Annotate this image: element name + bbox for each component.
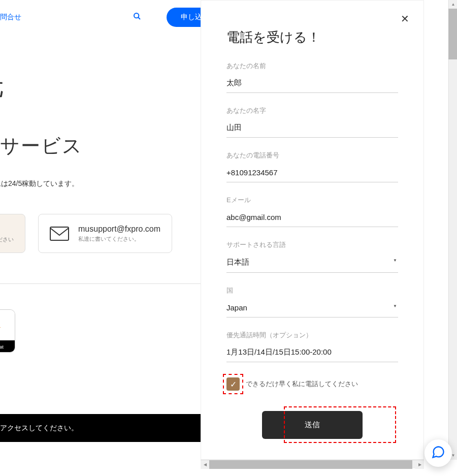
scroll-right-button[interactable]: ▶ [415, 460, 424, 469]
phone-label: あなたの電話番号 [226, 151, 398, 160]
highlight-box [223, 374, 243, 394]
surname-input[interactable] [226, 121, 398, 138]
email-input[interactable] [226, 211, 398, 227]
divider [0, 283, 203, 284]
svg-line-1 [138, 17, 140, 19]
close-button[interactable]: ✕ [401, 13, 409, 25]
close-icon: ✕ [401, 13, 409, 24]
scroll-up-button[interactable]: ▲ [449, 0, 457, 9]
contact-card-email[interactable]: musupport@fxpro.com 私達に書いてください。 [38, 214, 172, 253]
widget-chat-label: eChat [0, 340, 15, 353]
vertical-scrollbar[interactable]: ▲ ▼ [448, 0, 457, 460]
language-select[interactable]: 日本語 [226, 256, 398, 273]
modal-title: 電話を受ける！ [226, 28, 398, 46]
card-title: 求 [0, 224, 14, 234]
country-label: 国 [226, 286, 398, 295]
chat-bubble-button[interactable] [425, 439, 452, 467]
svg-rect-2 [50, 227, 69, 240]
checkbox-row: ✓ できるだけ早く私に電話してください [226, 377, 398, 391]
highlight-box [284, 406, 396, 443]
phone-input[interactable] [226, 166, 398, 182]
contact-card-request[interactable]: 求 ください [0, 214, 25, 253]
card-title: musupport@fxpro.com [78, 225, 160, 234]
name-label: あなたの名前 [226, 61, 398, 71]
horizontal-scrollbar[interactable]: ◀ ▶ [201, 460, 424, 468]
access-bar-text: アクセスしてください。 [0, 424, 78, 433]
star-icon: ★ [0, 323, 1, 333]
card-subtitle: ください [0, 236, 14, 243]
scroll-left-button[interactable]: ◀ [201, 460, 209, 469]
callback-modal: ✕ 電話を受ける！ あなたの名前 あなたの名字 あなたの電話番号 Eメール サポ… [201, 0, 424, 460]
scroll-thumb[interactable] [448, 9, 457, 59]
email-label: Eメール [226, 196, 398, 205]
name-input[interactable] [226, 77, 398, 93]
submit-row: 送信 [226, 411, 398, 439]
card-subtitle: 私達に書いてください。 [78, 235, 160, 243]
checkbox-label: できるだけ早く私に電話してください [246, 379, 358, 389]
envelope-icon [50, 227, 69, 241]
access-bar: アクセスしてください。 [0, 414, 208, 442]
time-input[interactable] [226, 346, 398, 362]
search-icon[interactable] [133, 12, 141, 22]
modal-content: 電話を受ける！ あなたの名前 あなたの名字 あなたの電話番号 Eメール サポート… [201, 1, 423, 454]
time-label: 優先通話時間（オプション） [226, 331, 398, 340]
country-select[interactable]: Japan [226, 301, 398, 318]
svg-point-0 [134, 13, 139, 18]
contact-link[interactable]: 問合せ [0, 13, 21, 22]
chat-widget[interactable]: E ★ eChat [0, 309, 15, 353]
surname-label: あなたの名字 [226, 106, 398, 115]
language-label: サポートされる言語 [226, 240, 398, 249]
chevron-down-icon: ▼ [393, 304, 397, 308]
chat-icon [431, 445, 445, 461]
scroll-thumb[interactable] [209, 460, 412, 469]
chevron-down-icon: ▼ [393, 258, 397, 263]
